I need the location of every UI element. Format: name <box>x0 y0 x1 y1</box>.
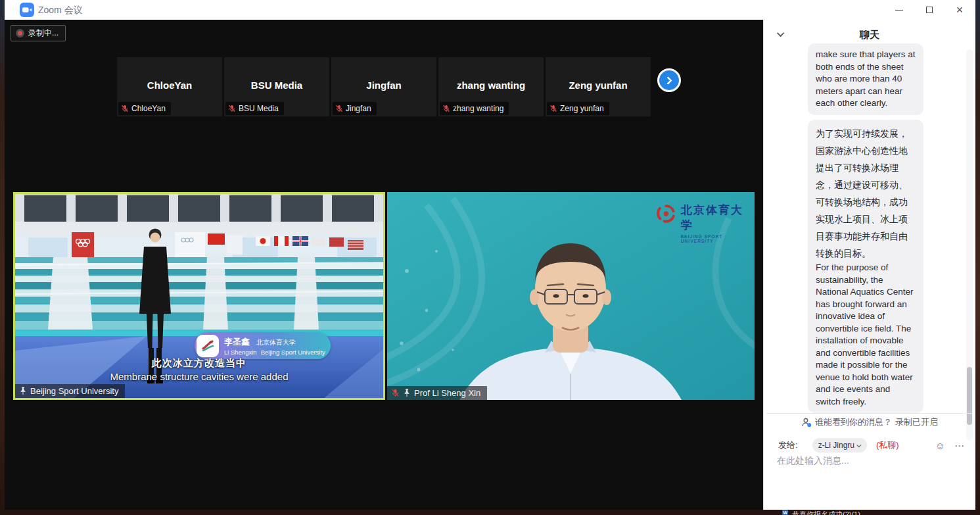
zoom-app-icon <box>20 3 34 17</box>
meeting-stage: 录制中... ChloeYan ChloeYan BSU Media BSU M… <box>5 20 763 510</box>
participant-tile[interactable]: zhang wanting zhang wanting <box>438 57 544 116</box>
chat-compose-row: 发给: z-Li Jingru (私聊) ☺ ⋯ <box>778 437 965 453</box>
mic-muted-icon <box>335 105 343 112</box>
chat-message-text-zh: 为了实现可持续发展，国家游泳中心创造性地提出了可转换冰场理念，通过建设可移动、可… <box>816 125 916 262</box>
minimize-icon <box>895 10 903 11</box>
video-feed-prof-li-sheng-xin[interactable]: 北京体育大学 BEIJING SPORT UNIVERSITY Prof Li … <box>387 192 755 400</box>
chat-visibility-status: 谁能看到你的消息？ 录制已开启 <box>764 416 975 428</box>
minimize-button[interactable] <box>886 0 912 20</box>
participant-name-tag: ChloeYan <box>118 102 171 115</box>
filmstrip-next-page-button[interactable] <box>657 68 681 92</box>
video-feed-beijing-sport-university[interactable]: 李圣鑫北京体育大学 Li ShengxinBeijing Sport Unive… <box>13 192 385 400</box>
participant-tile[interactable]: Jingfan Jingfan <box>331 57 436 116</box>
badge-logo-icon <box>197 335 219 357</box>
pin-icon <box>403 389 411 397</box>
mic-muted-icon <box>228 105 236 112</box>
window-title: Zoom 会议 <box>38 5 83 16</box>
chat-message: 为了实现可持续发展，国家游泳中心创造性地提出了可转换冰场理念，通过建设可移动、可… <box>808 120 923 413</box>
recording-indicator-label: 录制中... <box>28 28 58 39</box>
person-visibility-icon <box>801 418 812 428</box>
recipient-name: z-Li Jingru <box>818 441 854 450</box>
participant-name-tag: Jingfan <box>333 102 377 115</box>
participant-name: ChloeYan <box>117 80 222 91</box>
send-to-label: 发给: <box>778 439 798 451</box>
maximize-icon <box>926 7 933 13</box>
speaker-name-badge: 李圣鑫北京体育大学 Li ShengxinBeijing Sport Unive… <box>195 332 331 359</box>
bsu-logo: 北京体育大学 BEIJING SPORT UNIVERSITY <box>655 203 755 243</box>
close-icon: × <box>956 4 964 16</box>
pin-icon <box>19 387 27 395</box>
mic-muted-icon <box>549 105 557 112</box>
participant-tile[interactable]: BSU Media BSU Media <box>224 57 329 116</box>
video-name-tag: Beijing Sport University <box>15 384 125 398</box>
chat-footer-divider <box>766 413 973 414</box>
close-button[interactable]: × <box>946 0 973 20</box>
maximize-button[interactable] <box>916 0 943 20</box>
desktop-background: W 恭喜你报名成功(2)(1) Zoom 会议 × 录制中... ChloeYa… <box>0 0 980 515</box>
chat-message: make sure that players at both ends of t… <box>808 43 923 115</box>
visibility-notice: 谁能看到你的消息？ <box>815 416 892 428</box>
mic-muted-icon <box>442 105 450 112</box>
chat-message-input[interactable] <box>777 455 954 466</box>
emoji-button[interactable]: ☺ <box>935 441 945 451</box>
participant-tile[interactable]: Zeng yunfan Zeng yunfan <box>546 57 651 116</box>
background-document-titlebar: W 恭喜你报名成功(2)(1) <box>782 510 860 515</box>
private-chat-tag: (私聊) <box>876 439 899 451</box>
recording-indicator[interactable]: 录制中... <box>11 25 66 41</box>
more-options-button[interactable]: ⋯ <box>954 441 965 451</box>
chevron-down-icon <box>856 443 861 447</box>
participant-name-tag: zhang wanting <box>440 102 509 115</box>
window-titlebar: Zoom 会议 × <box>5 0 975 20</box>
subtitle-chinese: 此次冰立方改造当中 <box>15 357 383 370</box>
subtitle-english: Membrane structure cavities were added <box>15 371 383 382</box>
badge-text: 李圣鑫北京体育大学 Li ShengxinBeijing Sport Unive… <box>224 335 325 356</box>
participant-name: Jingfan <box>331 80 436 91</box>
mic-muted-icon <box>121 105 129 112</box>
chevron-right-icon <box>664 76 672 85</box>
word-icon: W <box>782 510 788 515</box>
chat-message-text: make sure that players at both ends of t… <box>816 49 916 110</box>
chat-panel: 聊天 make sure that players at both ends o… <box>763 20 975 510</box>
participant-name: BSU Media <box>224 80 329 91</box>
video-name-tag: Prof Li Sheng Xin <box>387 386 487 400</box>
chat-title: 聊天 <box>764 29 975 41</box>
mic-muted-icon <box>391 389 400 397</box>
recipient-dropdown[interactable]: z-Li Jingru <box>812 438 867 453</box>
participant-name: Zeng yunfan <box>546 80 651 91</box>
chat-message-text-en: For the purpose of sustainability, the N… <box>816 262 916 408</box>
background-document-title: 恭喜你报名成功(2)(1) <box>792 510 860 515</box>
recording-on-notice: 录制已开启 <box>895 416 938 428</box>
participant-name-tag: BSU Media <box>225 102 284 115</box>
bsu-logo-text: 北京体育大学 BEIJING SPORT UNIVERSITY <box>681 203 755 243</box>
participant-name: zhang wanting <box>438 80 544 91</box>
video-subtitles: 此次冰立方改造当中 Membrane structure cavities we… <box>15 357 383 382</box>
recording-dot-icon <box>16 29 24 37</box>
participant-name-tag: Zeng yunfan <box>547 102 609 115</box>
bsu-swirl-icon <box>655 203 677 225</box>
participant-tile[interactable]: ChloeYan ChloeYan <box>117 57 222 116</box>
